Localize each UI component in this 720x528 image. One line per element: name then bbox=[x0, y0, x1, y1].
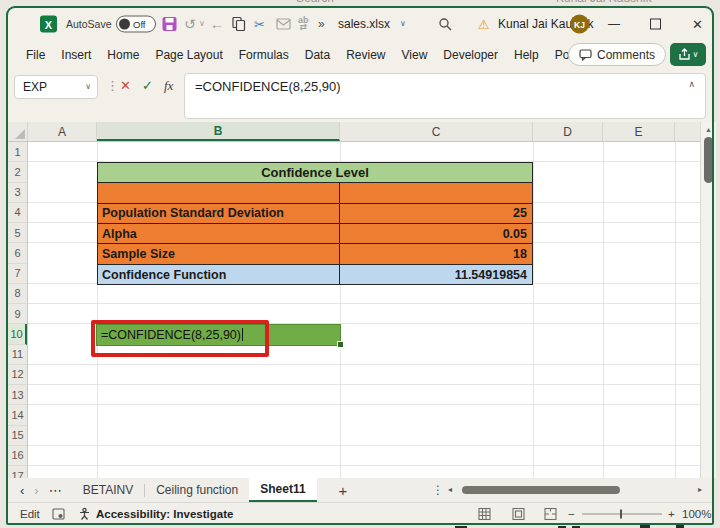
row-header-4[interactable]: 4 bbox=[8, 203, 27, 223]
copy-icon[interactable] bbox=[232, 17, 246, 32]
file-name-chevron-icon[interactable]: ∨ bbox=[400, 20, 406, 28]
worksheet-grid[interactable]: 1 2 3 4 5 6 7 8 9 10 11 12 13 14 15 16 1… bbox=[8, 142, 700, 478]
tab-insert[interactable]: Insert bbox=[53, 40, 99, 70]
cancel-button[interactable]: ✕ bbox=[120, 79, 131, 92]
row-header-3[interactable]: 3 bbox=[8, 183, 27, 203]
sheet-next-icon[interactable]: › bbox=[34, 484, 38, 497]
column-header-e[interactable]: E bbox=[603, 122, 675, 141]
zoom-in-button[interactable]: + bbox=[668, 508, 675, 520]
tab-formulas[interactable]: Formulas bbox=[231, 40, 297, 70]
column-header-c[interactable]: C bbox=[340, 122, 533, 141]
sheet-tab-betainv[interactable]: BETAINV bbox=[72, 478, 144, 502]
name-box[interactable]: EXP ∨ bbox=[14, 75, 98, 99]
table-cell[interactable]: 0.05 bbox=[339, 224, 532, 243]
add-sheet-button[interactable]: + bbox=[339, 482, 348, 499]
cut-icon[interactable]: ✂ bbox=[254, 18, 265, 31]
search-icon[interactable] bbox=[438, 17, 452, 31]
minimize-button[interactable]: — bbox=[608, 18, 620, 30]
row-header-2[interactable]: 2 bbox=[8, 162, 27, 182]
zoom-slider[interactable] bbox=[582, 513, 662, 514]
row-header-9[interactable]: 9 bbox=[8, 304, 27, 324]
undo-icon[interactable]: ↺ bbox=[184, 17, 196, 31]
share-button[interactable]: ∨ bbox=[670, 43, 706, 66]
comments-button[interactable]: Comments bbox=[568, 43, 666, 66]
zoom-slider-thumb[interactable] bbox=[620, 509, 622, 518]
fill-handle[interactable] bbox=[337, 341, 344, 348]
excel-window: Search Kunal Jai Kaushik X AutoSave Off … bbox=[0, 0, 720, 528]
horizontal-scrollbar-thumb[interactable] bbox=[462, 486, 620, 494]
row-header-1[interactable]: 1 bbox=[8, 142, 27, 162]
tab-data[interactable]: Data bbox=[297, 40, 338, 70]
tab-page-layout[interactable]: Page Layout bbox=[147, 40, 230, 70]
name-box-chevron-icon[interactable]: ∨ bbox=[85, 83, 91, 91]
formula-input[interactable]: =CONFIDENCE(8,25,90) ∧ bbox=[184, 73, 706, 119]
scroll-up-icon[interactable]: ▲ bbox=[701, 126, 716, 133]
row-header-7[interactable]: 7 bbox=[8, 264, 27, 284]
select-all-button[interactable] bbox=[8, 122, 28, 141]
tab-file[interactable]: File bbox=[18, 40, 53, 70]
autosave-toggle[interactable]: Off bbox=[116, 16, 156, 33]
table-cell[interactable] bbox=[339, 183, 532, 202]
back-arrow-icon[interactable]: ← bbox=[210, 17, 224, 31]
table-row: Alpha 0.05 bbox=[98, 223, 532, 243]
macro-record-icon[interactable] bbox=[52, 508, 65, 520]
undo-chevron-icon[interactable]: ∨ bbox=[199, 20, 205, 28]
sheet-tab-ceiling-function[interactable]: Ceiling function bbox=[145, 478, 249, 502]
accessibility-icon[interactable] bbox=[78, 507, 91, 520]
quick-access-overflow-icon[interactable]: » bbox=[318, 17, 325, 31]
scroll-left-icon[interactable]: ◂ bbox=[448, 486, 452, 494]
column-header-b[interactable]: B bbox=[97, 122, 340, 141]
tab-view[interactable]: View bbox=[394, 40, 436, 70]
sheet-tab-sheet11[interactable]: Sheet11 bbox=[249, 478, 316, 502]
vertical-scrollbar[interactable]: ▲ bbox=[700, 122, 716, 478]
row-header-5[interactable]: 5 bbox=[8, 223, 27, 243]
page-break-view-icon[interactable] bbox=[544, 507, 557, 520]
table-cell[interactable]: Sample Size bbox=[98, 244, 339, 263]
column-header-d[interactable]: D bbox=[533, 122, 603, 141]
row-header-8[interactable]: 8 bbox=[8, 284, 27, 304]
normal-view-icon[interactable] bbox=[478, 507, 491, 520]
tab-review[interactable]: Review bbox=[338, 40, 393, 70]
vertical-scrollbar-thumb[interactable] bbox=[704, 137, 713, 183]
table-cell[interactable]: Confidence Function bbox=[98, 265, 339, 284]
column-header-a[interactable]: A bbox=[28, 122, 97, 141]
save-icon[interactable] bbox=[162, 17, 177, 32]
maximize-button[interactable] bbox=[650, 19, 661, 30]
horizontal-scrollbar[interactable]: ◂ ▸ bbox=[448, 485, 704, 495]
file-name[interactable]: sales.xlsx bbox=[338, 17, 390, 31]
sheet-options-dots-icon[interactable]: ⋮ bbox=[432, 483, 444, 497]
row-header-11[interactable]: 11 bbox=[8, 345, 27, 365]
tab-help[interactable]: Help bbox=[506, 40, 547, 70]
enter-button[interactable]: ✓ bbox=[142, 79, 153, 92]
table-cell[interactable]: 25 bbox=[339, 204, 532, 223]
avatar[interactable]: KJ bbox=[570, 15, 589, 34]
table-cell[interactable]: 18 bbox=[339, 244, 532, 263]
warning-icon[interactable]: ⚠ bbox=[478, 18, 490, 31]
collapse-formula-bar-icon[interactable]: ∧ bbox=[688, 79, 695, 89]
scroll-right-icon[interactable]: ▸ bbox=[698, 486, 702, 494]
confidence-table: Confidence Level Population Standard Dev… bbox=[97, 162, 533, 285]
row-header-10[interactable]: 10 bbox=[8, 324, 27, 344]
sheet-prev-icon[interactable]: ‹ bbox=[20, 484, 24, 497]
table-cell[interactable]: Population Standard Deviation bbox=[98, 204, 339, 223]
row-header-15[interactable]: 15 bbox=[8, 426, 27, 446]
tab-developer[interactable]: Developer bbox=[435, 40, 506, 70]
page-layout-view-icon[interactable] bbox=[512, 507, 525, 520]
table-cell[interactable]: Alpha bbox=[98, 224, 339, 243]
zoom-out-button[interactable]: − bbox=[568, 508, 575, 520]
tab-home[interactable]: Home bbox=[99, 40, 147, 70]
close-button[interactable]: ✕ bbox=[692, 18, 703, 31]
sheet-more-icon[interactable]: ⋯ bbox=[49, 484, 62, 497]
row-header-6[interactable]: 6 bbox=[8, 243, 27, 263]
table-cell[interactable]: 11.54919854 bbox=[339, 265, 532, 284]
row-header-12[interactable]: 12 bbox=[8, 365, 27, 385]
table-cell[interactable] bbox=[98, 183, 339, 202]
table-title-cell[interactable]: Confidence Level bbox=[98, 163, 532, 182]
column-header-partial[interactable] bbox=[675, 122, 700, 141]
row-header-16[interactable]: 16 bbox=[8, 446, 27, 466]
zoom-level[interactable]: 100% bbox=[682, 508, 711, 520]
accessibility-status[interactable]: Accessibility: Investigate bbox=[96, 508, 233, 520]
insert-function-button[interactable]: fx bbox=[164, 79, 173, 92]
row-header-14[interactable]: 14 bbox=[8, 405, 27, 425]
row-header-13[interactable]: 13 bbox=[8, 385, 27, 405]
